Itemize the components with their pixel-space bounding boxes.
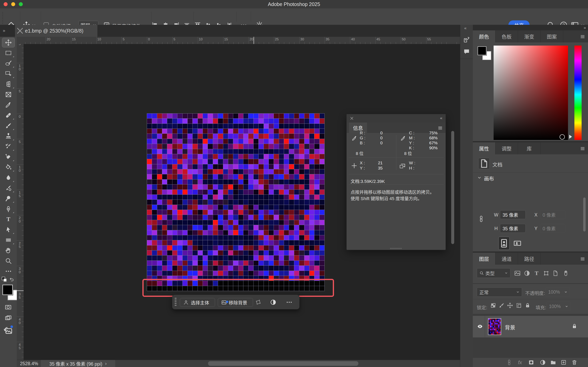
properties-scrollbar[interactable] [583,198,586,232]
options-drag-handle[interactable] [2,12,3,24]
close-panel-icon[interactable] [349,116,354,121]
tab-libraries[interactable]: 库 [518,142,541,154]
ruler-origin-corner[interactable] [17,37,24,44]
hand-tool[interactable] [2,246,15,255]
brush-tool[interactable] [2,121,15,131]
filter-shape-layers-icon[interactable] [543,270,550,277]
filter-adjustment-layers-icon[interactable] [524,270,530,277]
rectangle-tool[interactable] [2,235,15,245]
layer-row-background[interactable]: 背景 [473,316,588,337]
filter-pixel-layers-icon[interactable] [514,270,521,277]
layer-locked-icon[interactable] [571,323,578,329]
new-adjustment-layer-icon[interactable] [540,359,546,366]
mixer-brush-tool[interactable] [2,183,15,193]
new-group-icon[interactable] [550,359,556,366]
horizontal-ruler[interactable]: 520151050510152025303540455055 [24,37,460,44]
swap-colors-icon[interactable] [9,277,14,282]
tab-gradients[interactable]: 渐变 [518,30,541,42]
selection-rectangle[interactable] [142,279,334,297]
select-subject-button[interactable]: 选择主体 [180,298,215,307]
canvas-section-chevron-icon[interactable] [477,175,482,180]
tab-layers[interactable]: 图层 [473,253,495,265]
layer-thumbnail[interactable] [488,318,501,335]
zoom-level[interactable]: 2528.4% [20,361,38,367]
y-field[interactable]: 0 像素 [540,224,566,233]
canvas-horizontal-scrollbar[interactable] [208,361,358,366]
foreground-color-swatch[interactable] [477,46,486,55]
opacity-dropdown[interactable]: 100% [545,287,570,297]
blend-mode-dropdown[interactable]: 正常 [477,287,522,297]
portrait-orientation-button[interactable] [498,237,510,250]
selection-brush-tool[interactable] [2,58,15,68]
filter-smart-objects-icon[interactable] [552,270,559,277]
tab-color[interactable]: 颜色 [473,30,495,42]
height-field[interactable]: 35 像素 [500,224,526,233]
eyedropper-tool[interactable] [2,100,15,110]
lock-artboard-icon[interactable] [516,302,522,309]
rgb-eyedropper-icon[interactable] [351,135,358,141]
paint-bucket-tool[interactable] [2,163,15,172]
lock-transparency-icon[interactable] [490,302,496,309]
lock-pixels-icon[interactable] [498,302,505,309]
history-brush-tool[interactable] [2,142,15,151]
tab-adjustments[interactable]: 调整 [495,142,518,154]
landscape-orientation-button[interactable] [513,239,522,248]
quick-mask-icon[interactable] [3,303,14,311]
link-dimensions-icon[interactable] [477,212,485,225]
tab-paths[interactable]: 路径 [518,253,541,265]
collapse-panel-icon[interactable]: « [440,116,443,120]
panel-menu-icon[interactable] [580,256,585,261]
hue-slider[interactable] [574,46,582,140]
dodge-tool[interactable] [2,194,15,203]
vertical-ruler[interactable]: 15105051015202530354045 [17,44,24,360]
move-tool[interactable] [2,38,15,47]
panel-menu-icon[interactable] [580,146,585,151]
clone-stamp-tool[interactable] [2,131,15,141]
new-layer-icon[interactable] [560,359,567,366]
marquee-tool[interactable] [2,48,15,58]
remove-tool[interactable] [2,152,15,162]
tab-swatches[interactable]: 色板 [495,30,518,42]
lock-all-icon[interactable] [524,302,531,309]
panel-menu-icon[interactable] [438,125,443,131]
panel-resize-handle[interactable] [390,248,402,249]
close-tab-icon[interactable] [15,26,25,36]
cmyk-eyedropper-icon[interactable] [400,135,406,141]
status-chevron-icon[interactable]: › [105,361,107,367]
filter-type-layers-icon[interactable]: T [533,270,540,277]
foreground-color-swatch[interactable] [2,285,13,295]
add-mask-icon[interactable] [528,359,534,366]
frame-tool[interactable] [2,90,15,99]
document-tab[interactable]: e1.bmp @ 2530%(RGB/8) [15,25,97,37]
delete-layer-icon[interactable] [571,359,578,366]
lock-position-icon[interactable] [507,302,513,309]
healing-tool[interactable] [2,110,15,120]
layer-filter-toggle[interactable] [562,269,569,277]
blur-tool[interactable] [2,173,15,183]
object-selection-tool[interactable] [2,69,15,79]
adjustments-icon[interactable] [270,299,277,306]
tab-channels[interactable]: 通道 [495,253,518,265]
layer-effects-icon[interactable]: fx [517,359,523,366]
expand-panel-icon[interactable]: » [2,28,6,33]
tab-properties[interactable]: 属性 [473,142,495,154]
type-tool[interactable]: T [2,215,15,224]
tab-patterns[interactable]: 图案 [541,30,563,42]
fill-dropdown[interactable]: 100% [546,302,571,311]
collapse-dock-icon[interactable]: « [464,25,467,30]
document-dimensions[interactable]: 35 像素 x 35 像素 (96 ppi) › [41,360,115,367]
link-layers-icon[interactable] [506,359,512,366]
expand-dock-icon[interactable]: » [584,25,586,30]
comments-panel-icon[interactable] [463,48,470,55]
x-field[interactable]: 0 像素 [540,210,566,219]
zoom-tool[interactable] [2,256,15,266]
default-colors-icon[interactable] [1,276,8,282]
document-image[interactable] [147,113,324,291]
pen-tool[interactable] [2,204,15,214]
export-panel-icon[interactable] [463,36,470,43]
remove-background-button[interactable]: 移除背景 [218,298,253,307]
taskbar-drag-handle[interactable] [175,298,177,306]
layer-filter-dropdown[interactable]: 类型 [477,268,510,278]
panel-menu-icon[interactable] [580,34,585,39]
transform-icon[interactable] [255,299,261,306]
